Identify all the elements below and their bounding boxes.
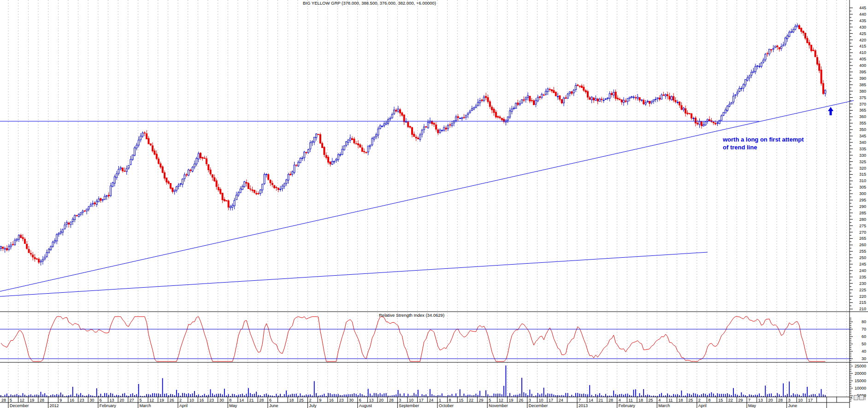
candle-body (425, 127, 427, 127)
day-label: 27 (130, 398, 134, 402)
candle-body (46, 253, 47, 257)
volume-bar (56, 394, 57, 397)
price-axis-label: 300 (859, 191, 866, 196)
candle-body (657, 98, 658, 99)
volume-bar (815, 394, 816, 397)
volume-bar (60, 392, 61, 397)
volume-bar (460, 389, 461, 397)
price-axis-label: 210 (859, 307, 866, 311)
volume-bar (384, 393, 384, 397)
volume-bar (665, 395, 666, 397)
volume-bar (777, 393, 778, 397)
candle-body (663, 95, 664, 95)
volume-bar (136, 394, 137, 397)
candle-body (641, 100, 642, 100)
close-icon[interactable]: x (850, 396, 853, 400)
price-axis-label: 240 (859, 268, 866, 273)
candle-body (364, 151, 365, 152)
candle-body (324, 147, 325, 154)
candle-body (140, 136, 142, 140)
volume-bar (280, 394, 281, 397)
candle-body (12, 244, 13, 245)
trend-line-rising-trendline-main[interactable] (0, 101, 854, 291)
day-label: 18 (638, 398, 643, 402)
rsi-line (1, 317, 825, 361)
candle-body (348, 140, 349, 142)
volume-bar (472, 395, 472, 397)
candle-body (451, 124, 453, 126)
candle-body (32, 255, 34, 257)
volume-bar (112, 394, 113, 397)
scroll-right-button[interactable] (859, 395, 864, 400)
candle-body (100, 199, 101, 201)
candle-body (328, 157, 329, 162)
volume-bar (324, 394, 325, 397)
volume-bar (54, 395, 55, 397)
buy-arrow-icon[interactable] (828, 107, 833, 115)
day-label: 22 (728, 398, 733, 402)
candle-body (102, 200, 103, 200)
volume-bar (212, 393, 213, 397)
trade-note-annotation[interactable]: worth a long on first attempt of trend l… (723, 136, 804, 151)
volume-bar (719, 394, 720, 397)
scroll-left-button[interactable] (854, 395, 858, 400)
candle-body (489, 101, 490, 106)
candle-body (687, 113, 688, 114)
volume-bar (581, 394, 582, 397)
volume-bar (50, 395, 51, 397)
candle-body (804, 33, 806, 38)
volume-bar (677, 394, 678, 397)
candle-body (96, 201, 97, 204)
candle-body (366, 153, 367, 153)
volume-bar (418, 390, 419, 397)
candle-body (188, 170, 189, 175)
candle-body (789, 32, 790, 37)
volume-bar (306, 395, 307, 397)
volume-bar (340, 395, 341, 397)
volume-bar (769, 394, 770, 397)
volume-bar (378, 394, 378, 397)
volume-bar (500, 394, 501, 397)
price-axis-label: 295 (859, 198, 866, 202)
candle-body (22, 237, 24, 239)
volume-bar (455, 393, 456, 397)
candle-body (48, 249, 49, 253)
rsi-indicator (1, 317, 825, 361)
volume-bar (743, 395, 744, 397)
volume-bar (176, 390, 177, 397)
day-label: 19 (159, 398, 164, 402)
volume-bar (705, 394, 706, 397)
volume-bar (629, 395, 630, 397)
mini-scrollbar-widget[interactable]: x (850, 395, 866, 400)
day-label: 18 (289, 398, 294, 402)
candle-body (787, 36, 788, 39)
volume-bar (729, 394, 730, 397)
volume-bar (5, 395, 6, 397)
volume-bar (537, 393, 538, 397)
candle-body (295, 165, 297, 166)
volume-bar (374, 393, 375, 397)
price-axis-label: 230 (859, 281, 866, 286)
volume-bar (328, 393, 329, 397)
day-label: 15 (718, 398, 723, 402)
candle-body (437, 130, 439, 133)
volume-bar (783, 384, 784, 397)
price-axis-label: 440 (859, 12, 866, 17)
candle-body (435, 125, 437, 130)
trend-line-rising-trendline-shallow[interactable] (0, 252, 708, 296)
volume-bar (476, 394, 477, 397)
volume-bar (430, 389, 431, 397)
volume-bar (168, 395, 169, 397)
candle-body (385, 123, 387, 124)
volume-bar (354, 393, 354, 397)
volume-bar (557, 395, 558, 397)
volume-bar (649, 395, 650, 397)
volume-bar (150, 395, 151, 397)
volume-bar (559, 396, 560, 397)
annotations (828, 107, 833, 115)
volume-bar (591, 395, 592, 397)
day-label: 28 (778, 398, 783, 402)
volume-bar (623, 395, 624, 397)
candle-body (585, 90, 586, 92)
volume-bar (382, 394, 383, 397)
